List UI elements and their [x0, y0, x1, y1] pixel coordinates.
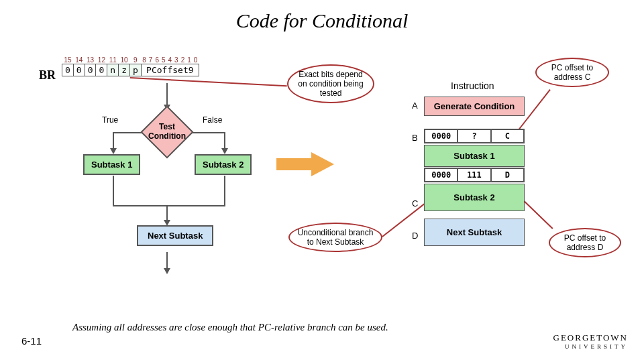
- next-subtask-box: Next Subtask: [137, 225, 213, 246]
- branch-row-mid: 0000111D: [424, 168, 525, 182]
- row-marker-b: B: [412, 133, 418, 143]
- generate-condition-cell: Generate Condition: [424, 97, 525, 116]
- callout-bits: Exact bits depend on condition being tes…: [287, 64, 374, 103]
- subtask1-cell: Subtask 1: [424, 145, 525, 167]
- true-label: True: [102, 115, 118, 125]
- university-logo: GEORGETOWN UNIVERSITY: [553, 333, 628, 350]
- footer-note: Assuming all addresses are close enough …: [72, 322, 388, 333]
- row-marker-a: A: [412, 101, 418, 111]
- row-marker-c: C: [412, 198, 418, 208]
- opcode-label: BR: [39, 68, 56, 82]
- next-subtask-cell: Next Subtask: [424, 219, 525, 246]
- callout-pc-c: PC offset to address C: [535, 58, 609, 87]
- test-condition-diamond: Test Condition: [141, 106, 193, 158]
- false-label: False: [203, 115, 222, 125]
- branch-row-b: 0000?C: [424, 129, 525, 143]
- subtask2-cell: Subtask 2: [424, 184, 525, 211]
- encoding-row: 0000 nzp PCoffset9: [62, 64, 199, 76]
- pcoffset-label: PCoffset9: [146, 65, 193, 75]
- instruction-header: Instruction: [451, 80, 494, 91]
- callout-uncond: Unconditional branch to Next Subtask: [288, 223, 382, 252]
- callout-pc-d: PC offset to address D: [549, 228, 621, 257]
- page-title: Code for Conditional: [0, 9, 644, 32]
- slide-number: 6-11: [21, 335, 42, 347]
- subtask1-box: Subtask 1: [83, 154, 140, 175]
- subtask2-box: Subtask 2: [195, 154, 252, 175]
- row-marker-d: D: [412, 231, 418, 241]
